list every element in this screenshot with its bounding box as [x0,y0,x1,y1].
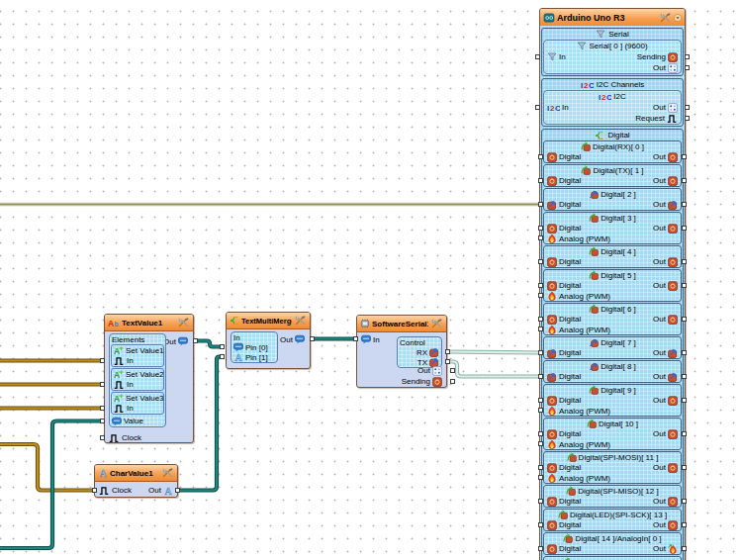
arduino-digital-channel-0[interactable]: Digital(RX)[ 0 ] Digital Out [543,140,682,163]
digital-out-pin[interactable] [682,202,687,207]
arduino-digital-channel-13[interactable]: Digital(LED)(SPI-SCK)[ 13 ] Digital Out [543,509,682,531]
wire-rx-to-digital7[interactable] [448,352,541,353]
component-header[interactable]: SoftwareSerial1 [357,316,446,332]
set-value1-element[interactable]: ASet Value1 In [111,344,164,367]
design-canvas[interactable]: Ab TextValue1 Out Elements ASet Value1 I… [0,0,740,560]
digital-out-pin[interactable] [682,546,687,551]
sending-out-pin[interactable] [450,379,455,384]
component-header[interactable]: Arduino Uno R3 [540,9,685,27]
digital-out-pin[interactable] [682,465,687,470]
arduino-digital-channel-3[interactable]: Digital[ 3 ] Digital Out Analog (PWM) [543,212,682,244]
component-textmultimerger1[interactable]: TextMultiMerger1 Out In Pin [0] A Pin [226,312,311,369]
serial-sending-pin[interactable] [685,54,690,59]
digital-in-pin[interactable] [538,350,543,355]
arduino-digital-channel-6[interactable]: Digital[ 6 ] Digital Out Analog (PWM) [543,303,682,335]
arduino-digital-channel-7[interactable]: Digital[ 7 ] Digital Out [543,336,682,359]
tx-out-pin[interactable] [445,359,450,364]
digital-out-pin[interactable] [682,431,687,436]
i2c-in-pin[interactable] [535,105,540,110]
merger-pin1-in-pin[interactable] [220,354,225,359]
chevron-down-icon[interactable] [674,14,682,22]
arduino-digital-channel-14[interactable]: Digital[ 14 ]/AnalogIn[ 0 ] Digital Out [543,532,682,555]
digital-out-pin[interactable] [682,178,687,183]
merger-pin0-in-pin[interactable] [220,344,225,349]
digital-out-pin[interactable] [682,374,687,379]
digital-in-pin[interactable] [538,202,543,207]
digital-out-pin[interactable] [682,317,687,322]
clock-in-pin[interactable] [100,435,105,440]
tools-icon[interactable] [294,316,307,326]
component-header[interactable]: Ab TextValue1 [105,315,193,331]
arduino-digital-channel-1[interactable]: Digital(TX)[ 1 ] Digital Out [543,164,682,187]
component-header[interactable]: TextMultiMerger1 [227,313,310,329]
set-value3-element[interactable]: ASet Value3 In [111,392,164,415]
digital-in-pin[interactable] [538,398,543,403]
merger-out-pin[interactable] [310,336,315,341]
digital-in-pin[interactable] [538,546,543,551]
digital-out-pin[interactable] [682,499,687,504]
arduino-digital-channel-8[interactable]: Digital[ 8 ] Digital Out [543,360,682,383]
pwm-in-pin[interactable] [538,293,543,298]
arduino-digital-channel-4[interactable]: Digital[ 4 ] Digital Out [543,245,682,268]
digital-in-pin[interactable] [538,431,543,436]
digital-in-pin[interactable] [538,499,543,504]
digital-out-pin[interactable] [682,154,687,159]
value-in-pin[interactable] [100,419,105,423]
digital-out-pin[interactable] [682,283,687,288]
component-textvalue1[interactable]: Ab TextValue1 Out Elements ASet Value1 I… [104,314,194,443]
serial-channel-box[interactable]: Serial[ 0 ] (9600) In Sending [543,40,682,74]
arduino-digital-channel-5[interactable]: Digital[ 5 ] Digital Out Analog (PWM) [543,269,682,302]
component-arduino-uno-r3[interactable]: Arduino Uno R3 Serial Serial[ 0 ] (9600) [539,8,686,560]
digital-in-pin[interactable] [538,283,543,288]
arduino-digital-channel-15[interactable]: Digital[ 15 ]/AnalogIn[ 1 ] Digital Out [543,556,682,560]
textvalue-out-pin[interactable] [193,338,198,343]
pwm-in-pin[interactable] [538,441,543,446]
wire-textvalue-out-to-merger-pin0[interactable] [196,341,223,347]
arduino-digital-channel-11[interactable]: Digital(SPI-MOSI)[ 11 ] Digital Out Anal… [543,451,682,484]
tools-icon[interactable] [177,318,190,327]
digital-in-pin[interactable] [538,374,543,379]
wire-charvalue-clock[interactable] [0,444,95,491]
setvalue3-in-pin[interactable] [100,406,105,411]
pwm-in-pin[interactable] [538,327,543,331]
component-softwareserial1[interactable]: SoftwareSerial1 In Control RX TX [356,315,447,388]
setvalue2-in-pin[interactable] [100,382,105,387]
component-charvalue1[interactable]: A CharValue1 Clock Out A [94,464,178,498]
arduino-digital-channel-2[interactable]: Digital[ 2 ] Digital Out [543,188,682,211]
i2c-out-pin[interactable] [685,105,690,110]
arduino-digital-channel-12[interactable]: Digital(SPI-MISO)[ 12 ] Digital Out [543,485,682,508]
digital-out-pin[interactable] [682,259,687,264]
digital-in-pin[interactable] [538,259,543,264]
softserial-in-pin[interactable] [353,336,358,341]
component-header[interactable]: A CharValue1 [95,465,177,482]
digital-in-pin[interactable] [538,226,543,231]
digital-out-pin[interactable] [682,350,687,355]
tools-icon[interactable] [659,13,672,23]
pwm-in-pin[interactable] [538,235,543,240]
digital-in-pin[interactable] [538,154,543,159]
arduino-digital-channel-9[interactable]: Digital[ 9 ] Digital Out Analog (PWM) [543,384,682,417]
setvalue1-in-pin[interactable] [100,358,105,363]
serial-in-pin[interactable] [535,54,540,59]
pwm-in-pin[interactable] [538,475,543,480]
arduino-digital-channel-10[interactable]: Digital[ 10 ] Digital Out Analog (PWM) [543,418,682,450]
wire-tx-to-digital8[interactable] [448,362,541,377]
serial-out-pin[interactable] [685,65,690,70]
digital-in-pin[interactable] [538,522,543,527]
pwm-in-pin[interactable] [538,408,543,413]
tools-icon[interactable] [161,468,174,478]
tools-icon[interactable] [430,319,443,328]
digital-out-pin[interactable] [682,398,687,403]
digital-in-pin[interactable] [538,178,543,183]
i2c-channel-box[interactable]: I2C I2C I2C In Out [543,90,682,125]
set-value2-element[interactable]: ASet Value2 In [111,368,164,391]
digital-in-pin[interactable] [538,465,543,470]
digital-out-pin[interactable] [682,522,687,527]
softserial-out-pin[interactable] [450,368,455,373]
wire-textvalue-value[interactable] [0,421,103,549]
digital-in-pin[interactable] [538,317,543,322]
digital-out-pin[interactable] [682,226,687,231]
rx-out-pin[interactable] [445,349,450,354]
clock-in-pin[interactable] [92,488,97,493]
charvalue-out-pin[interactable] [175,488,180,493]
